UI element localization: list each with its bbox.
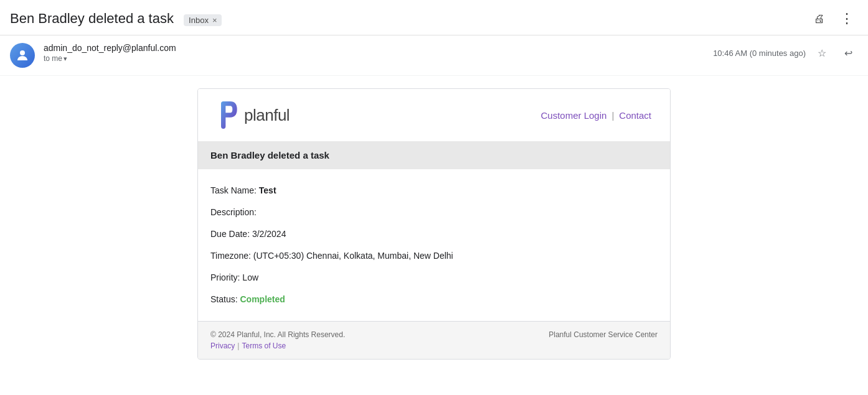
more-icon: ⋮ bbox=[840, 11, 854, 27]
email-body: planful Customer Login | Contact Ben Bra… bbox=[0, 76, 868, 372]
task-heading: Ben Bradley deleted a task bbox=[198, 141, 670, 169]
priority-field: Priority: Low bbox=[210, 271, 658, 284]
contact-link[interactable]: Contact bbox=[619, 110, 651, 121]
description-field: Description: bbox=[210, 206, 658, 219]
nav-separator: | bbox=[611, 110, 614, 121]
planful-logo: planful bbox=[217, 101, 290, 129]
chevron-down-icon: ▾ bbox=[64, 55, 67, 63]
email-subject: Ben Bradley deleted a task Inbox × bbox=[10, 11, 801, 27]
customer-login-link[interactable]: Customer Login bbox=[541, 110, 607, 121]
timezone-label: Timezone: bbox=[210, 251, 253, 261]
subject-text: Ben Bradley deleted a task bbox=[10, 11, 174, 26]
email-header: Ben Bradley deleted a task Inbox × 🖨 ⋮ bbox=[0, 0, 868, 35]
to-me-row[interactable]: to me ▾ bbox=[44, 54, 704, 63]
due-date-label: Due Date: bbox=[210, 229, 252, 239]
avatar bbox=[10, 43, 35, 68]
privacy-link[interactable]: Privacy bbox=[210, 342, 235, 350]
planful-nav: Customer Login | Contact bbox=[541, 110, 652, 121]
sender-meta: 10:46 AM (0 minutes ago) ☆ ↩ bbox=[713, 43, 858, 63]
due-date-field: Due Date: 3/2/2024 bbox=[210, 228, 658, 241]
inbox-close-icon[interactable]: × bbox=[212, 16, 217, 25]
priority-label: Priority: bbox=[210, 272, 242, 282]
star-button[interactable]: ☆ bbox=[812, 43, 832, 63]
star-icon: ☆ bbox=[818, 47, 826, 59]
timezone-value: (UTC+05:30) Chennai, Kolkata, Mumbai, Ne… bbox=[253, 251, 453, 261]
footer-links: Privacy | Terms of Use bbox=[210, 342, 345, 350]
inbox-label: Inbox bbox=[189, 16, 209, 25]
status-label: Status: bbox=[210, 294, 240, 304]
planful-logo-icon bbox=[217, 101, 239, 129]
sender-email: admin_do_not_reply@planful.com bbox=[44, 43, 704, 53]
reply-button[interactable]: ↩ bbox=[838, 43, 858, 63]
footer-left: © 2024 Planful, Inc. All Rights Reserved… bbox=[210, 330, 345, 350]
reply-icon: ↩ bbox=[844, 47, 852, 59]
status-field: Status: Completed bbox=[210, 293, 658, 306]
print-button[interactable]: 🖨 bbox=[808, 7, 831, 30]
inbox-badge[interactable]: Inbox × bbox=[184, 14, 222, 26]
task-body: Task Name: Test Description: Due Date: 3… bbox=[198, 169, 670, 321]
to-me-label: to me bbox=[44, 54, 62, 63]
email-footer: © 2024 Planful, Inc. All Rights Reserved… bbox=[198, 321, 670, 359]
copyright-text: © 2024 Planful, Inc. All Rights Reserved… bbox=[210, 330, 345, 339]
task-name-value: Test bbox=[259, 185, 276, 195]
terms-link[interactable]: Terms of Use bbox=[242, 342, 286, 350]
footer-separator: | bbox=[237, 342, 239, 350]
timestamp: 10:46 AM (0 minutes ago) bbox=[713, 49, 806, 58]
task-name-field: Task Name: Test bbox=[210, 184, 658, 197]
status-value: Completed bbox=[240, 294, 285, 304]
sender-info: admin_do_not_reply@planful.com to me ▾ bbox=[44, 43, 704, 63]
due-date-value: 3/2/2024 bbox=[252, 229, 286, 239]
service-center-text: Planful Customer Service Center bbox=[549, 330, 658, 339]
timezone-field: Timezone: (UTC+05:30) Chennai, Kolkata, … bbox=[210, 249, 658, 263]
sender-row: admin_do_not_reply@planful.com to me ▾ 1… bbox=[0, 35, 868, 76]
task-name-label: Task Name: bbox=[210, 185, 259, 195]
priority-value: Low bbox=[242, 272, 258, 282]
svg-point-0 bbox=[20, 50, 25, 55]
print-icon: 🖨 bbox=[814, 12, 825, 26]
planful-logo-text: planful bbox=[244, 106, 290, 125]
description-label: Description: bbox=[210, 207, 257, 217]
email-card: planful Customer Login | Contact Ben Bra… bbox=[197, 88, 671, 360]
header-actions: 🖨 ⋮ bbox=[808, 7, 858, 30]
planful-header: planful Customer Login | Contact bbox=[198, 89, 670, 141]
more-options-button[interactable]: ⋮ bbox=[836, 7, 858, 30]
